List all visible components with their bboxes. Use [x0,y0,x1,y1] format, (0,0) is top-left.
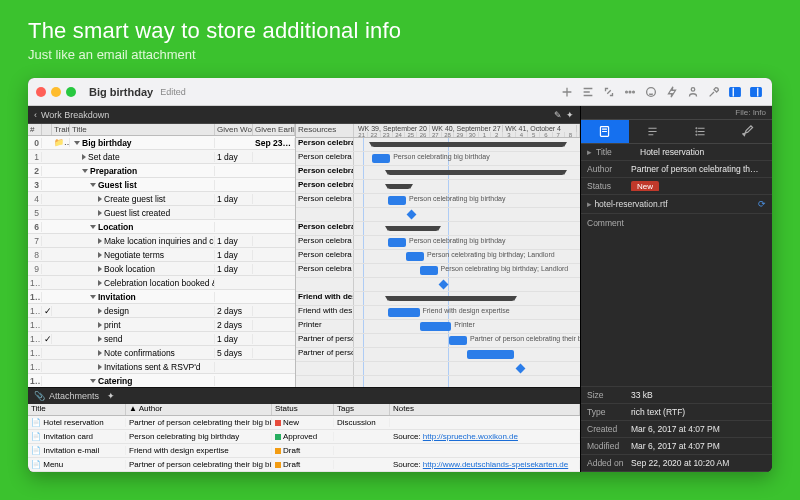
minimize-icon[interactable] [51,87,61,97]
gantt-row[interactable] [296,362,580,376]
meta-value: Mar 6, 2017 at 4:07 PM [631,441,766,451]
col-traits[interactable]: Traits [52,124,70,135]
attachments-title: Attachments [49,391,99,401]
gantt-row[interactable]: Person celebraPerson celebrating big bir… [296,152,580,166]
meta-label: Modified [587,441,631,451]
attachment-icon: 📎 [34,391,45,401]
person-icon[interactable] [685,84,701,100]
attachment-row[interactable]: 📄 Invitation e-mailFriend with design ex… [28,444,580,458]
comment-field[interactable]: Comment [581,214,772,386]
breadcrumb[interactable]: Work Breakdown [41,110,109,120]
tab-info[interactable] [581,120,629,143]
svg-point-4 [691,87,695,91]
outline-row[interactable]: 9Book location1 day [28,262,295,276]
chevron-left-icon[interactable]: ‹ [34,110,37,120]
val-author[interactable]: Partner of person celebrating th… [631,164,766,174]
att-col-author[interactable]: ▲ Author [126,404,272,415]
outline-row[interactable]: 13print2 days [28,318,295,332]
bolt-icon[interactable] [664,84,680,100]
tool-icon[interactable] [706,84,722,100]
meta-label: Type [587,407,631,417]
outline-row[interactable]: 11Invitation [28,290,295,304]
zoom-icon[interactable] [66,87,76,97]
attachment-row[interactable]: 📄 MenuPartner of person celebrating thei… [28,458,580,472]
gantt-row[interactable]: Person celebra [296,166,580,180]
col-given-work[interactable]: Given Work [215,124,253,135]
gantt-row[interactable]: Friend with des [296,292,580,306]
tab-notes[interactable] [629,120,677,143]
gantt-row[interactable]: Partner of perscPartner of person celebr… [296,334,580,348]
add-icon[interactable] [559,84,575,100]
attachments-panel: 📎 Attachments ✦ Title ▲ Author Status Ta… [28,387,580,472]
outline-row[interactable]: 7Make location inquiries and compare1 da… [28,234,295,248]
link-icon[interactable] [601,84,617,100]
wrench-icon[interactable]: ✦ [107,391,115,401]
close-icon[interactable] [36,87,46,97]
indent-icon[interactable] [580,84,596,100]
info-header: File: Info [735,108,766,117]
app-window: Big birthday Edited ‹ Work Breakdown ✎ ✦ [28,78,772,472]
window-title: Big birthday [89,86,153,98]
tab-list[interactable] [677,120,725,143]
sidebar-right-icon[interactable] [748,84,764,100]
attachment-row[interactable]: 📄 Hotel reservationPartner of person cel… [28,416,580,430]
col-flag[interactable] [42,124,52,135]
val-title[interactable]: Hotel reservation [640,147,766,157]
svg-point-9 [696,131,697,132]
gantt-row[interactable] [296,208,580,222]
outline-row[interactable]: 0📁⏰Big birthdaySep 23, 2020 [28,136,295,150]
outline-row[interactable]: 2Preparation [28,164,295,178]
outline-row[interactable]: 12✓design2 days [28,304,295,318]
outline-row[interactable]: 3Guest list [28,178,295,192]
meta-value: Sep 22, 2020 at 10:20 AM [631,458,766,468]
wrench-icon[interactable]: ✦ [566,110,574,120]
lbl-author: Author [587,164,631,174]
status-badge[interactable]: New [631,181,659,191]
tab-edit[interactable] [724,120,772,143]
gantt-row[interactable]: Partner of persc [296,348,580,362]
gantt-row[interactable]: Person celebraPerson celebrating big bir… [296,236,580,250]
att-col-notes[interactable]: Notes [390,404,580,415]
gantt-row[interactable]: Person celebraPerson celebrating big bir… [296,250,580,264]
outline-row[interactable]: 15Note confirmations5 days [28,346,295,360]
attachment-row[interactable]: 📄 Invitation cardPerson celebrating big … [28,430,580,444]
outline-row[interactable]: 14✓send1 day [28,332,295,346]
outline-row[interactable]: 17Catering [28,374,295,387]
smile-icon[interactable] [643,84,659,100]
attached-file[interactable]: hotel-reservation.rtf [594,199,667,209]
more-icon[interactable] [622,84,638,100]
window-subtitle: Edited [160,87,186,97]
wand-icon[interactable]: ✎ [554,110,562,120]
gantt-row[interactable]: Friend with desFriend with design expert… [296,306,580,320]
outline-row[interactable]: 10Celebration location booked & confirme… [28,276,295,290]
col-title[interactable]: Title [70,124,215,135]
att-col-status[interactable]: Status [272,404,334,415]
gantt-row[interactable]: Person celebra [296,138,580,152]
svg-point-10 [696,134,697,135]
hero-subtitle: Just like an email attachment [28,47,772,62]
info-panel: File: Info ▸TitleHotel reservation Autho… [580,106,772,472]
gantt-row[interactable]: Person celebraPerson celebrating big bir… [296,194,580,208]
col-num[interactable]: # [28,124,42,135]
svg-rect-5 [730,87,741,96]
outline-row[interactable]: 4Create guest list1 day [28,192,295,206]
gantt-row[interactable] [296,376,580,387]
col-given-earliest[interactable]: Given Earliest Start [253,124,295,135]
meta-value: 33 kB [631,390,766,400]
hero-title: The smart way to store additional info [28,18,772,44]
sidebar-left-icon[interactable] [727,84,743,100]
gantt-row[interactable]: PrinterPrinter [296,320,580,334]
outline-row[interactable]: 1Set date1 day [28,150,295,164]
meta-label: Added on [587,458,631,468]
gantt-row[interactable]: Person celebraPerson celebrating big bir… [296,264,580,278]
att-col-tags[interactable]: Tags [334,404,390,415]
outline-row[interactable]: 8Negotiate terms1 day [28,248,295,262]
gantt-row[interactable] [296,278,580,292]
outline-row[interactable]: 5Guest list created [28,206,295,220]
att-col-title[interactable]: Title [28,404,126,415]
gantt-row[interactable]: Person celebra [296,180,580,194]
gantt-row[interactable]: Person celebrating birthday [296,222,580,236]
outline-row[interactable]: 16Invitations sent & RSVP'd [28,360,295,374]
col-resources[interactable]: Resources [296,124,354,137]
outline-row[interactable]: 6Location [28,220,295,234]
